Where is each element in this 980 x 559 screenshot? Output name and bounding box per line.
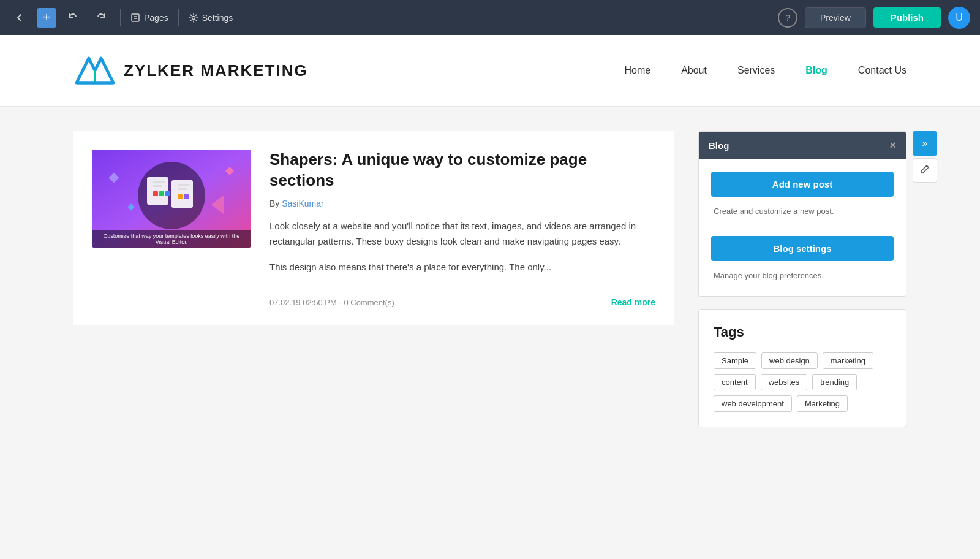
divider-1 [120,9,121,26]
settings-button[interactable]: Settings [189,13,233,23]
tag-item[interactable]: trending [812,374,857,390]
nav-home[interactable]: Home [624,65,650,76]
close-icon[interactable]: × [889,139,896,152]
divider-2 [178,9,179,26]
help-icon: ? [785,13,790,23]
edit-icon [919,164,930,177]
tag-item[interactable]: web development [714,395,792,412]
post-excerpt: Look closely at a website and you'll not… [270,218,655,275]
post-inner: Customize that way your templates looks … [92,150,655,307]
tags-list: Sampleweb designmarketingcontentwebsites… [714,352,891,412]
redo-button[interactable] [91,8,110,28]
svg-rect-13 [153,185,162,187]
panel-side-buttons: » [913,131,937,183]
svg-rect-16 [165,191,170,196]
excerpt-para-1: Look closely at a website and you'll not… [270,218,655,249]
toolbar: + Pages Settings ? Preview Publ [0,0,980,35]
svg-rect-0 [132,14,139,21]
svg-rect-15 [159,191,164,196]
logo-icon [74,52,116,89]
blog-panel-wrapper: Blog × Add new post Create and customize… [698,131,907,297]
blog-panel-header: Blog × [699,132,906,159]
read-more-link[interactable]: Read more [611,297,655,307]
blog-section: Customize that way your templates looks … [74,131,674,534]
post-content: Shapers: A unique way to customize page … [270,150,655,307]
tag-item[interactable]: content [714,374,756,390]
svg-rect-20 [178,194,183,199]
logo-area: ZYLKER MARKETING [74,52,308,89]
logo-text: ZYLKER MARKETING [124,61,308,80]
tag-item[interactable]: websites [761,374,808,390]
blog-post: Customize that way your templates looks … [74,131,674,325]
author-prefix: By [270,199,279,208]
back-button[interactable] [10,8,29,28]
tag-item[interactable]: web design [761,352,818,369]
nav-about[interactable]: About [681,65,707,76]
post-title: Shapers: A unique way to customize page … [270,150,655,191]
pages-label: Pages [144,13,168,23]
help-button[interactable]: ? [778,8,797,28]
blog-settings-button[interactable]: Blog settings [711,236,894,261]
preview-button[interactable]: Preview [805,7,866,28]
svg-rect-21 [184,194,189,199]
svg-rect-12 [153,181,165,183]
nav-blog[interactable]: Blog [805,65,827,76]
pages-button[interactable]: Pages [130,13,168,23]
thumbnail-overlay: Customize that way your templates looks … [92,230,251,248]
settings-label: Settings [202,13,233,23]
chevron-right-button[interactable]: » [913,131,937,156]
avatar[interactable]: U [948,7,970,29]
publish-button[interactable]: Publish [873,7,941,28]
post-author: By SasiKumar [270,199,655,208]
nav-contact[interactable]: Contact Us [858,65,907,76]
nav-services[interactable]: Services [737,65,775,76]
thumbnail-text: Customize that way your templates looks … [104,233,240,245]
add-post-desc: Create and customize a new post. [711,203,894,226]
post-meta: 07.02.19 02:50 PM - 0 Comment(s) [270,298,394,307]
sidebar: Blog × Add new post Create and customize… [698,131,907,534]
svg-rect-14 [153,191,158,196]
blog-panel-body: Add new post Create and customize a new … [699,159,906,296]
tag-item[interactable]: marketing [823,352,873,369]
post-thumbnail: Customize that way your templates looks … [92,150,251,248]
svg-point-3 [192,16,195,19]
edit-button[interactable] [913,158,937,183]
settings-desc: Manage your blog preferences. [711,267,894,284]
main-content: Customize that way your templates looks … [0,107,980,559]
add-button[interactable]: + [37,8,56,28]
tags-panel: Tags Sampleweb designmarketingcontentweb… [698,309,907,427]
toolbar-right: ? Preview Publish U [778,7,970,29]
add-new-post-button[interactable]: Add new post [711,172,894,197]
tag-item[interactable]: Sample [714,352,756,369]
chevron-icon: » [922,138,928,149]
blog-panel-title: Blog [709,140,729,151]
tag-item[interactable]: Marketing [797,395,848,412]
tags-title: Tags [714,324,891,340]
svg-rect-18 [178,184,190,186]
site-header: ZYLKER MARKETING Home About Services Blo… [0,35,980,107]
author-link[interactable]: SasiKumar [282,199,323,208]
blog-panel: Blog × Add new post Create and customize… [698,131,907,297]
excerpt-para-2: This design also means that there's a pl… [270,259,655,275]
post-footer: 07.02.19 02:50 PM - 0 Comment(s) Read mo… [270,287,655,307]
undo-button[interactable] [64,8,83,28]
svg-rect-11 [147,177,168,205]
svg-rect-17 [172,180,193,208]
site-nav: Home About Services Blog Contact Us [624,65,907,76]
svg-rect-19 [178,188,187,190]
